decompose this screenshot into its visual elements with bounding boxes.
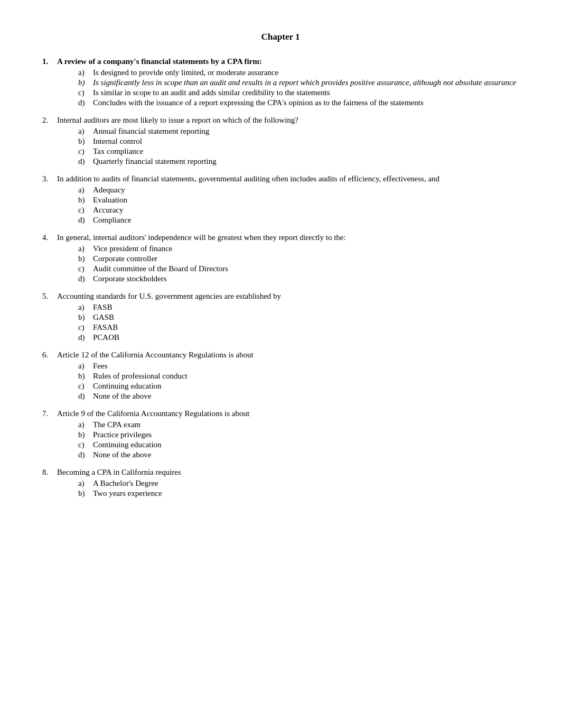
answer-label-1-4: d) xyxy=(78,98,93,107)
answer-label-2-2: b) xyxy=(78,137,93,146)
answer-label-3-4: d) xyxy=(78,216,93,225)
answer-item-5-4: d)PCAOB xyxy=(57,333,519,342)
answer-list-1: a)Is designed to provide only limited, o… xyxy=(57,68,519,107)
question-item-4: 4.In general, internal auditors' indepen… xyxy=(42,233,519,284)
answer-item-4-3: c)Audit committee of the Board of Direct… xyxy=(57,264,519,273)
answer-label-7-4: d) xyxy=(78,450,93,459)
chapter-title: Chapter 1 xyxy=(42,32,519,42)
answer-label-6-2: b) xyxy=(78,372,93,381)
answer-item-5-2: b)GASB xyxy=(57,313,519,322)
answer-item-8-1: a)A Bachelor's Degree xyxy=(57,479,519,488)
question-item-2: 2.Internal auditors are most likely to i… xyxy=(42,116,519,167)
answer-item-7-4: d)None of the above xyxy=(57,450,519,459)
question-number-6: 6. xyxy=(42,351,57,360)
question-body-7: Article 9 of the California Accountancy … xyxy=(57,409,249,418)
answer-label-7-2: b) xyxy=(78,430,93,439)
answer-item-1-4: d)Concludes with the issuance of a repor… xyxy=(57,98,519,107)
answer-label-3-1: a) xyxy=(78,186,93,195)
question-number-2: 2. xyxy=(42,116,57,125)
answer-text-4-4: Corporate stockholders xyxy=(93,274,519,283)
answer-text-8-1: A Bachelor's Degree xyxy=(93,479,519,488)
answer-text-7-1: The CPA exam xyxy=(93,420,519,429)
answer-item-6-4: d)None of the above xyxy=(57,392,519,401)
answer-label-6-4: d) xyxy=(78,392,93,401)
answer-text-2-4: Quarterly financial statement reporting xyxy=(93,157,519,166)
answer-list-8: a)A Bachelor's Degreeb)Two years experie… xyxy=(57,479,519,498)
answer-label-2-3: c) xyxy=(78,147,93,156)
answer-text-5-3: FASAB xyxy=(93,323,519,332)
answer-label-1-2: b) xyxy=(78,78,93,87)
question-body-6: Article 12 of the California Accountancy… xyxy=(57,351,254,359)
question-number-7: 7. xyxy=(42,409,57,418)
answer-label-5-3: c) xyxy=(78,323,93,332)
question-text-2: Internal auditors are most likely to iss… xyxy=(57,116,519,167)
answer-label-8-2: b) xyxy=(78,489,93,498)
answer-list-3: a)Adequacyb)Evaluationc)Accuracyd)Compli… xyxy=(57,186,519,225)
answer-label-8-1: a) xyxy=(78,479,93,488)
answer-item-4-2: b)Corporate controller xyxy=(57,254,519,263)
answer-item-3-4: d)Compliance xyxy=(57,216,519,225)
question-item-3: 3.In addition to audits of financial sta… xyxy=(42,174,519,226)
answer-item-4-1: a)Vice president of finance xyxy=(57,244,519,253)
answer-item-6-1: a)Fees xyxy=(57,362,519,371)
answer-item-2-2: b)Internal control xyxy=(57,137,519,146)
answer-text-5-1: FASB xyxy=(93,303,519,312)
question-text-6: Article 12 of the California Accountancy… xyxy=(57,351,519,402)
answer-item-5-3: c)FASAB xyxy=(57,323,519,332)
answer-label-5-2: b) xyxy=(78,313,93,322)
answer-text-6-3: Continuing education xyxy=(93,382,519,391)
answer-list-2: a)Annual financial statement reportingb)… xyxy=(57,127,519,166)
answer-text-3-1: Adequacy xyxy=(93,186,519,195)
answer-label-4-2: b) xyxy=(78,254,93,263)
answer-label-4-4: d) xyxy=(78,274,93,283)
answer-label-3-3: c) xyxy=(78,206,93,215)
answer-text-3-3: Accuracy xyxy=(93,206,519,215)
answer-label-3-2: b) xyxy=(78,196,93,205)
question-number-1: 1. xyxy=(42,57,57,66)
answer-item-1-2: b)Is significantly less in scope than an… xyxy=(57,78,519,87)
answer-text-8-2: Two years experience xyxy=(93,489,519,498)
answer-list-7: a)The CPA examb)Practice privilegesc)Con… xyxy=(57,420,519,459)
answer-item-5-1: a)FASB xyxy=(57,303,519,312)
question-item-6: 6.Article 12 of the California Accountan… xyxy=(42,351,519,402)
answer-text-5-4: PCAOB xyxy=(93,333,519,342)
question-text-5: Accounting standards for U.S. government… xyxy=(57,292,519,343)
answer-text-3-4: Compliance xyxy=(93,216,519,225)
answer-label-5-4: d) xyxy=(78,333,93,342)
question-body-1: A review of a company's financial statem… xyxy=(57,57,262,66)
answer-label-7-3: c) xyxy=(78,440,93,449)
answer-item-6-2: b)Rules of professional conduct xyxy=(57,372,519,381)
answer-text-1-1: Is designed to provide only limited, or … xyxy=(93,68,519,77)
answer-item-1-1: a)Is designed to provide only limited, o… xyxy=(57,68,519,77)
answer-text-2-1: Annual financial statement reporting xyxy=(93,127,519,136)
answer-label-2-4: d) xyxy=(78,157,93,166)
answer-item-1-3: c)Is similar in scope to an audit and ad… xyxy=(57,88,519,97)
answer-item-2-1: a)Annual financial statement reporting xyxy=(57,127,519,136)
answer-item-4-4: d)Corporate stockholders xyxy=(57,274,519,283)
question-text-7: Article 9 of the California Accountancy … xyxy=(57,409,519,460)
answer-label-6-3: c) xyxy=(78,382,93,391)
answer-item-6-3: c)Continuing education xyxy=(57,382,519,391)
answer-text-5-2: GASB xyxy=(93,313,519,322)
answer-text-6-4: None of the above xyxy=(93,392,519,401)
answer-text-4-1: Vice president of finance xyxy=(93,244,519,253)
question-item-5: 5.Accounting standards for U.S. governme… xyxy=(42,292,519,343)
question-number-4: 4. xyxy=(42,233,57,242)
answer-text-1-3: Is similar in scope to an audit and adds… xyxy=(93,88,519,97)
question-text-8: Becoming a CPA in California requiresa)A… xyxy=(57,468,519,499)
answer-text-4-3: Audit committee of the Board of Director… xyxy=(93,264,519,273)
answer-label-5-1: a) xyxy=(78,303,93,312)
answer-label-7-1: a) xyxy=(78,420,93,429)
answer-list-6: a)Feesb)Rules of professional conductc)C… xyxy=(57,362,519,401)
answer-text-7-3: Continuing education xyxy=(93,440,519,449)
answer-item-3-2: b)Evaluation xyxy=(57,196,519,205)
answer-label-4-1: a) xyxy=(78,244,93,253)
answer-text-2-3: Tax compliance xyxy=(93,147,519,156)
question-text-1: A review of a company's financial statem… xyxy=(57,57,519,108)
answer-text-2-2: Internal control xyxy=(93,137,519,146)
answer-label-2-1: a) xyxy=(78,127,93,136)
question-body-3: In addition to audits of financial state… xyxy=(57,174,440,183)
answer-item-7-3: c)Continuing education xyxy=(57,440,519,449)
question-item-7: 7.Article 9 of the California Accountanc… xyxy=(42,409,519,460)
answer-item-7-1: a)The CPA exam xyxy=(57,420,519,429)
